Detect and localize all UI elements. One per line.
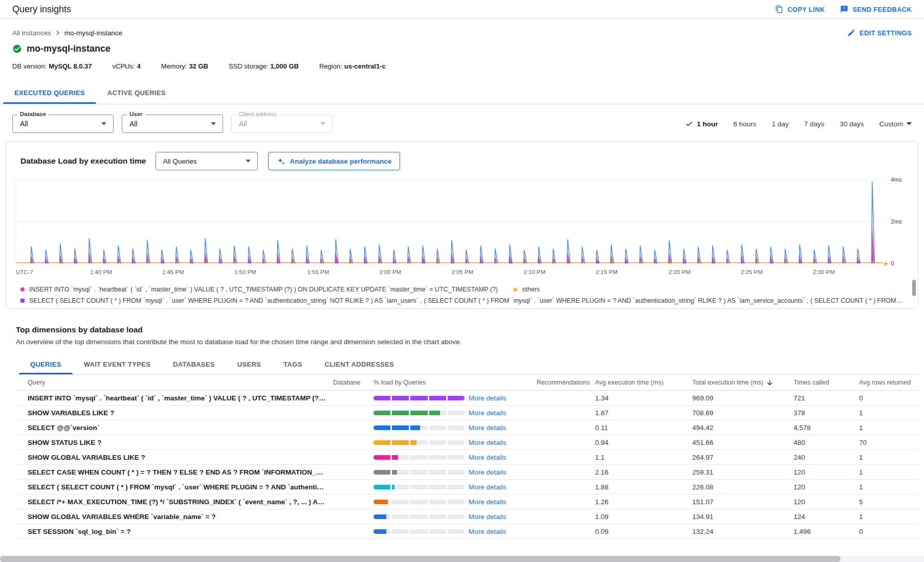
copy-link-button[interactable]: COPY LINK xyxy=(775,5,825,13)
times-called-cell: 120 xyxy=(794,483,859,491)
load-cell xyxy=(373,425,469,430)
time-range-1-hour[interactable]: 1 hour xyxy=(685,120,718,128)
more-details-link[interactable]: More details xyxy=(469,483,507,491)
total-exec-cell: 494.42 xyxy=(692,424,794,432)
dimension-tab-databases[interactable]: DATABASES xyxy=(162,355,226,374)
legend-others-label: others xyxy=(522,286,540,293)
times-called-cell: 721 xyxy=(794,394,859,402)
legend-insert-query: INSERT INTO `mysql` . `heartbeat` ( `id`… xyxy=(29,286,498,293)
legend-select-query: SELECT ( SELECT COUNT ( * ) FROM `mysql`… xyxy=(29,297,904,304)
horizontal-scrollbar-thumb[interactable] xyxy=(0,556,841,562)
chart-scrollbar-thumb[interactable] xyxy=(912,280,916,296)
queries-table: Query Database % load by Queries Recomme… xyxy=(16,375,919,539)
breadcrumb: All instances mo-mysql-instance xyxy=(12,28,122,37)
meta-item: Region:us-central1-c xyxy=(319,62,386,70)
load-cell xyxy=(373,485,469,489)
load-bar xyxy=(373,411,465,415)
header-avg-rows: Avg rows returned xyxy=(859,379,919,386)
avg-rows-cell: 1 xyxy=(859,454,919,461)
chevron-right-icon xyxy=(53,28,62,37)
chart-query-filter-select[interactable]: All Queries xyxy=(156,152,258,170)
total-exec-cell: 969.09 xyxy=(692,394,794,402)
avg-exec-cell: 2.16 xyxy=(595,468,692,476)
filter-row: Database All User All Client address All… xyxy=(12,115,912,133)
more-details-link[interactable]: More details xyxy=(469,513,507,521)
load-bar xyxy=(373,514,465,519)
time-range-1-day[interactable]: 1 day xyxy=(772,120,788,128)
topbar: Query insights COPY LINK SEND FEEDBACK xyxy=(0,0,924,19)
breadcrumb-all-instances[interactable]: All instances xyxy=(12,29,51,37)
horizontal-scrollbar-track[interactable] xyxy=(0,556,924,562)
more-details-link[interactable]: More details xyxy=(469,409,507,417)
dimension-tabs: QUERIESWAIT EVENT TYPESDATABASESUSERSTAG… xyxy=(16,355,919,375)
svg-text:2:10 PM: 2:10 PM xyxy=(523,269,545,275)
svg-text:2:00 PM: 2:00 PM xyxy=(379,269,401,275)
table-row: SHOW STATUS LIKE ?More details0.94451.66… xyxy=(16,435,919,450)
header-load: % load by Queries xyxy=(373,379,469,386)
time-range-30-days[interactable]: 30 days xyxy=(840,120,864,128)
total-exec-cell: 151.07 xyxy=(692,498,794,506)
feedback-icon xyxy=(840,5,848,13)
load-chart[interactable]: ★4ms2ms0UTC-71:40 PM1:45 PM1:50 PM1:55 P… xyxy=(6,170,918,282)
more-details-link[interactable]: More details xyxy=(469,468,507,476)
edit-settings-button[interactable]: EDIT SETTINGS xyxy=(847,29,912,37)
more-details-link[interactable]: More details xyxy=(469,528,507,535)
query-cell: SET SESSION `sql_log_bin` = ? xyxy=(16,528,333,535)
chevron-down-icon xyxy=(101,122,106,125)
svg-text:2ms: 2ms xyxy=(891,218,902,224)
header-database: Database xyxy=(333,379,373,386)
query-cell: SHOW GLOBAL VARIABLES WHERE `variable_na… xyxy=(16,513,333,521)
client-address-filter-select: Client address All xyxy=(231,115,333,133)
total-exec-cell: 708.69 xyxy=(692,409,794,417)
send-feedback-label: SEND FEEDBACK xyxy=(852,6,912,13)
chart-legend: INSERT INTO `mysql` . `heartbeat` ( `id`… xyxy=(6,285,918,304)
database-filter-select[interactable]: Database All xyxy=(12,115,114,133)
dimension-tab-wait-event-types[interactable]: WAIT EVENT TYPES xyxy=(73,355,162,374)
time-range-7-days[interactable]: 7 days xyxy=(804,120,824,128)
total-exec-cell: 134.91 xyxy=(692,513,794,521)
user-filter-value: All xyxy=(122,120,138,128)
more-details-link[interactable]: More details xyxy=(469,424,507,432)
header-total-exec[interactable]: Total execution time (ms) xyxy=(692,379,794,387)
dimension-tab-client-addresses[interactable]: CLIENT ADDRESSES xyxy=(313,355,405,374)
send-feedback-button[interactable]: SEND FEEDBACK xyxy=(840,5,912,13)
table-header-row: Query Database % load by Queries Recomme… xyxy=(16,375,919,391)
time-range-custom[interactable]: Custom xyxy=(879,120,912,128)
dimension-tab-tags[interactable]: TAGS xyxy=(272,355,313,374)
time-range-6-hours[interactable]: 6 hours xyxy=(733,120,756,128)
avg-rows-cell: 1 xyxy=(859,513,919,521)
tab-active-queries[interactable]: ACTIVE QUERIES xyxy=(96,82,177,104)
header-query: Query xyxy=(16,379,333,386)
database-load-card: Database Load by execution time All Quer… xyxy=(6,141,918,309)
svg-text:UTC-7: UTC-7 xyxy=(16,269,33,275)
more-details-link[interactable]: More details xyxy=(469,394,507,402)
dimension-tab-users[interactable]: USERS xyxy=(226,355,272,374)
times-called-cell: 120 xyxy=(794,468,859,476)
sort-descending-icon xyxy=(766,379,774,387)
table-row: SHOW GLOBAL VARIABLES WHERE `variable_na… xyxy=(16,509,919,524)
more-details-link[interactable]: More details xyxy=(469,498,507,506)
edit-settings-label: EDIT SETTINGS xyxy=(860,29,912,37)
analyze-database-performance-button[interactable]: Analyze database performance xyxy=(268,152,401,170)
more-details-link[interactable]: More details xyxy=(469,439,507,446)
avg-exec-cell: 1.87 xyxy=(595,409,692,417)
instance-name: mo-mysql-instance xyxy=(27,43,111,54)
avg-exec-cell: 0.11 xyxy=(595,424,692,432)
meta-item: vCPUs:4 xyxy=(113,62,141,70)
avg-rows-cell: 1 xyxy=(859,424,919,432)
check-icon xyxy=(685,120,693,128)
more-details-link[interactable]: More details xyxy=(469,454,507,461)
user-filter-select[interactable]: User All xyxy=(122,115,223,133)
load-cell xyxy=(373,455,469,460)
meta-item: SSD storage:1,000 GB xyxy=(229,62,299,70)
times-called-cell: 1,496 xyxy=(794,528,859,535)
total-exec-cell: 226.08 xyxy=(692,483,794,491)
load-cell xyxy=(373,396,469,400)
times-called-cell: 4,578 xyxy=(794,424,859,432)
tab-executed-queries[interactable]: EXECUTED QUERIES xyxy=(3,82,96,104)
dimension-tab-queries[interactable]: QUERIES xyxy=(19,355,73,374)
load-bar xyxy=(373,396,465,400)
avg-rows-cell: 70 xyxy=(859,439,919,446)
avg-rows-cell: 1 xyxy=(859,409,919,417)
avg-exec-cell: 1.1 xyxy=(595,454,692,461)
